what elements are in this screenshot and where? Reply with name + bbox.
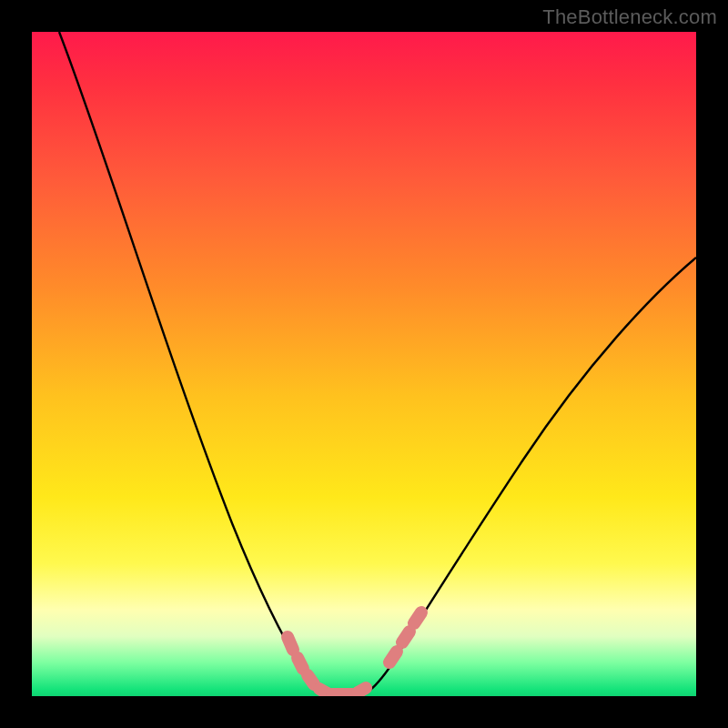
watermark-text: TheBottleneck.com	[542, 5, 717, 29]
chart-frame: TheBottleneck.com	[0, 0, 728, 728]
bottleneck-curve	[59, 32, 696, 696]
marker-dot	[402, 632, 410, 642]
valley-markers	[288, 612, 421, 694]
marker-dot	[389, 652, 397, 662]
marker-dot	[414, 612, 421, 623]
plot-area	[32, 32, 696, 696]
marker-dot	[358, 688, 366, 693]
marker-dot	[288, 637, 293, 650]
marker-dot	[308, 675, 314, 684]
curve-svg	[32, 32, 696, 696]
marker-dot	[298, 658, 303, 669]
